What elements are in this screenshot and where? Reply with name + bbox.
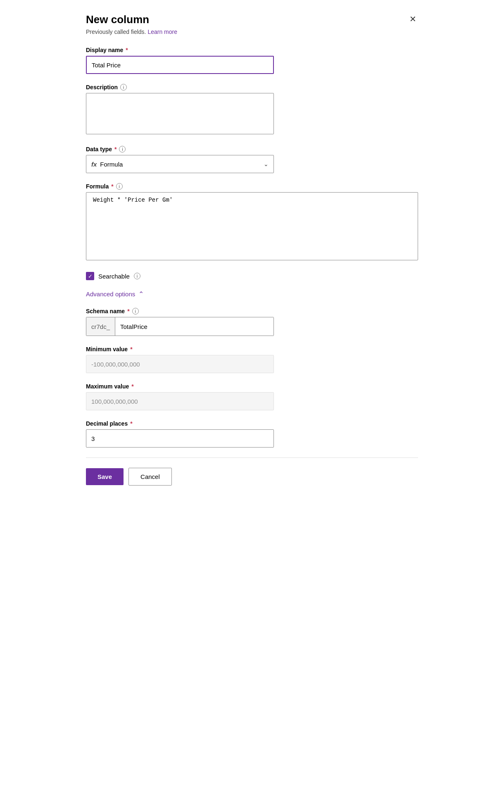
formula-info-icon: i (116, 183, 123, 190)
formula-required: * (111, 183, 113, 190)
description-info-icon: i (120, 84, 127, 90)
fx-icon: fx (91, 161, 97, 168)
display-name-input[interactable] (86, 56, 274, 74)
close-button[interactable]: ✕ (408, 13, 418, 25)
schema-input-wrapper: cr7dc_ (86, 317, 274, 336)
learn-more-link[interactable]: Learn more (147, 29, 177, 35)
searchable-info-icon: i (134, 273, 140, 279)
checkbox-check-icon: ✓ (88, 274, 93, 279)
subtitle: Previously called fields. Learn more (86, 29, 418, 35)
maximum-value-group: Maximum value * 100,000,000,000 (86, 383, 418, 410)
save-button[interactable]: Save (86, 468, 124, 485)
formula-textarea[interactable]: Weight * 'Price Per Gm' (86, 192, 418, 260)
schema-name-group: Schema name * i cr7dc_ (86, 308, 418, 336)
minimum-value-group: Minimum value * -100,000,000,000 (86, 346, 418, 373)
footer-divider (86, 457, 418, 458)
display-name-required: * (126, 47, 128, 53)
data-type-info-icon: i (119, 146, 126, 152)
decimal-places-input[interactable] (86, 429, 274, 448)
panel-title: New column (86, 13, 149, 26)
decimal-places-group: Decimal places * (86, 420, 418, 448)
data-type-select[interactable]: fx Formula ⌄ (86, 155, 274, 173)
minimum-value-required: * (130, 346, 132, 352)
formula-label: Formula * i (86, 183, 418, 190)
description-group: Description i (86, 84, 418, 136)
maximum-value-required: * (131, 383, 133, 390)
minimum-value-display: -100,000,000,000 (86, 355, 274, 373)
minimum-value-label: Minimum value * (86, 346, 418, 352)
schema-prefix: cr7dc_ (86, 317, 115, 336)
formula-wrapper: Weight * 'Price Per Gm' (86, 192, 418, 262)
searchable-row: ✓ Searchable i (86, 272, 418, 280)
advanced-options-toggle[interactable]: Advanced options ⌃ (86, 290, 144, 298)
chevron-up-icon: ⌃ (138, 290, 144, 298)
schema-name-input[interactable] (115, 317, 273, 336)
display-name-label: Display name * (86, 47, 418, 53)
data-type-group: Data type * i fx Formula ⌄ (86, 146, 418, 173)
searchable-checkbox[interactable]: ✓ (86, 272, 94, 280)
data-type-value: Formula (100, 161, 123, 168)
schema-name-info-icon: i (132, 308, 139, 314)
description-textarea[interactable] (86, 93, 274, 134)
decimal-places-label: Decimal places * (86, 420, 418, 427)
maximum-value-display: 100,000,000,000 (86, 392, 274, 410)
searchable-label: Searchable (98, 273, 130, 280)
advanced-options-label: Advanced options (86, 291, 135, 298)
data-type-label: Data type * i (86, 146, 418, 152)
cancel-button[interactable]: Cancel (128, 468, 172, 486)
maximum-value-label: Maximum value * (86, 383, 418, 390)
display-name-group: Display name * (86, 47, 418, 74)
chevron-down-icon: ⌄ (264, 161, 269, 167)
footer-buttons: Save Cancel (86, 468, 418, 486)
schema-name-label: Schema name * i (86, 308, 418, 314)
decimal-places-required: * (130, 420, 132, 427)
description-label: Description i (86, 84, 418, 90)
data-type-required: * (114, 146, 116, 152)
schema-name-required: * (127, 308, 129, 314)
formula-group: Formula * i Weight * 'Price Per Gm' (86, 183, 418, 262)
